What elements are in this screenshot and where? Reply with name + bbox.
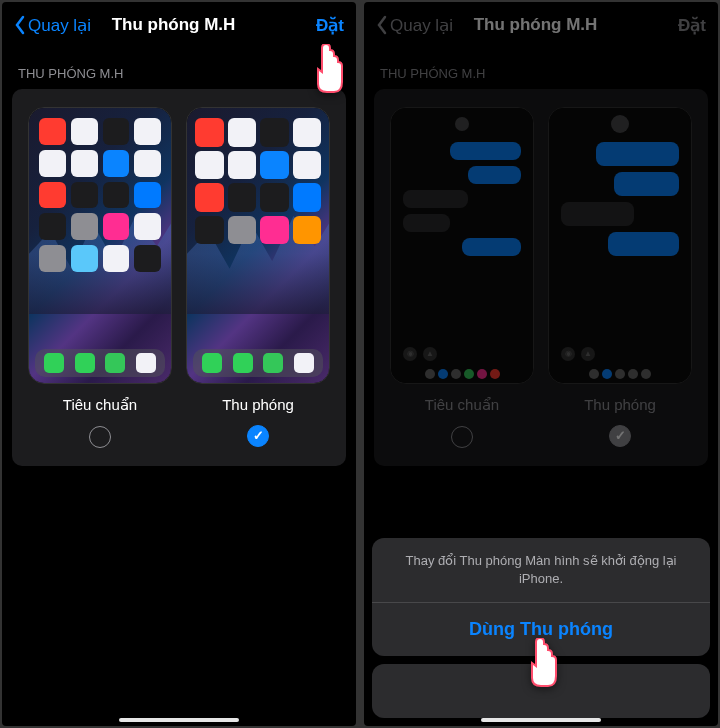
nav-bar: Quay lại Thu phóng M.H Đặt — [2, 2, 356, 48]
pointer-cursor-icon — [306, 44, 348, 96]
preview-label-standard: Tiêu chuẩn — [63, 396, 137, 414]
phone-left: Quay lại Thu phóng M.H Đặt THU PHÓNG M.H — [2, 2, 356, 726]
preview-zoomed[interactable]: ◉▲ Thu phóng — [548, 107, 692, 448]
chevron-left-icon — [14, 15, 26, 35]
camera-icon: ◉ — [403, 347, 417, 361]
pointer-cursor-icon — [520, 638, 562, 690]
section-header: THU PHÓNG M.H — [2, 48, 356, 89]
nav-bar: Quay lại Thu phóng M.H Đặt — [364, 2, 718, 48]
radio-standard[interactable] — [89, 426, 111, 448]
chat-input-bar: ◉▲ — [397, 345, 527, 377]
preview-label-zoomed: Thu phóng — [222, 396, 294, 413]
set-button[interactable]: Đặt — [678, 15, 706, 36]
preview-container: ◉▲ Tiêu chuẩn ◉▲ — [374, 89, 708, 466]
preview-standard[interactable]: ◉▲ Tiêu chuẩn — [390, 107, 534, 448]
radio-standard[interactable] — [451, 426, 473, 448]
preview-zoomed[interactable]: Thu phóng — [186, 107, 330, 448]
page-title: Thu phóng M.H — [31, 15, 316, 35]
chevron-left-icon — [376, 15, 388, 35]
avatar-icon — [455, 117, 469, 131]
camera-icon: ◉ — [561, 347, 575, 361]
page-title: Thu phóng M.H — [393, 15, 678, 35]
preview-device-zoomed: ◉▲ — [548, 107, 692, 384]
preview-device-standard: ◉▲ — [390, 107, 534, 384]
apps-icon: ▲ — [423, 347, 437, 361]
avatar-icon — [611, 115, 629, 133]
preview-label-zoomed: Thu phóng — [584, 396, 656, 413]
action-sheet: Thay đổi Thu phóng Màn hình sẽ khởi động… — [372, 538, 710, 718]
radio-zoomed[interactable] — [609, 425, 631, 447]
preview-device-zoomed — [186, 107, 330, 384]
section-header: THU PHÓNG M.H — [364, 48, 718, 89]
radio-zoomed[interactable] — [247, 425, 269, 447]
home-indicator[interactable] — [481, 718, 601, 722]
sheet-message: Thay đổi Thu phóng Màn hình sẽ khởi động… — [372, 538, 710, 602]
preview-standard[interactable]: Tiêu chuẩn — [28, 107, 172, 448]
set-button[interactable]: Đặt — [316, 15, 344, 36]
phone-right: Quay lại Thu phóng M.H Đặt THU PHÓNG M.H… — [364, 2, 718, 726]
chat-input-bar: ◉▲ — [555, 345, 685, 377]
apps-icon: ▲ — [581, 347, 595, 361]
preview-container: Tiêu chuẩn Thu phóng — [12, 89, 346, 466]
home-indicator[interactable] — [119, 718, 239, 722]
preview-label-standard: Tiêu chuẩn — [425, 396, 499, 414]
preview-device-standard — [28, 107, 172, 384]
